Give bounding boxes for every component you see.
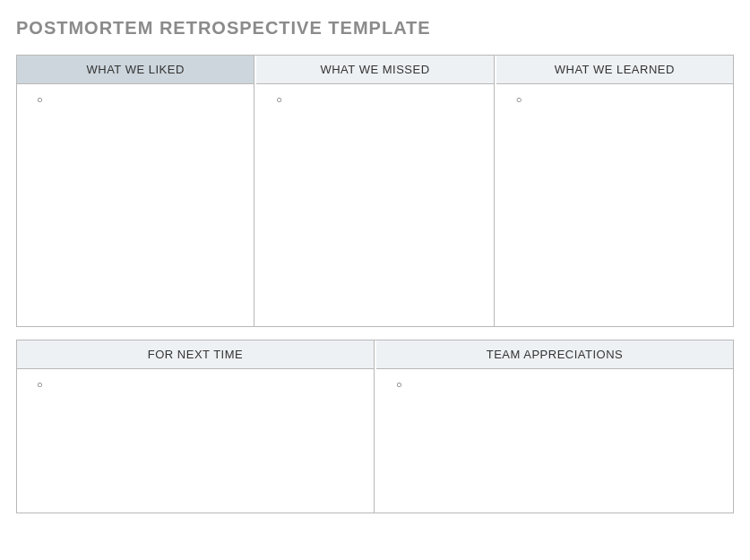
bullet-icon: ○	[30, 380, 361, 390]
bullet-icon: ○	[509, 95, 720, 105]
col-what-we-missed: WHAT WE MISSED ○	[256, 56, 494, 326]
col-header-appreciations: TEAM APPRECIATIONS	[376, 340, 733, 369]
col-what-we-learned: WHAT WE LEARNED ○	[496, 56, 733, 326]
top-row: WHAT WE LIKED ○ WHAT WE MISSED ○ WHAT WE…	[16, 55, 734, 327]
col-header-learned: WHAT WE LEARNED	[496, 56, 733, 84]
col-body-learned[interactable]: ○	[496, 84, 733, 326]
col-for-next-time: FOR NEXT TIME ○	[17, 340, 375, 513]
col-team-appreciations: TEAM APPRECIATIONS ○	[376, 340, 733, 513]
col-header-missed: WHAT WE MISSED	[256, 56, 493, 84]
col-body-liked[interactable]: ○	[17, 84, 254, 326]
bullet-icon: ○	[389, 380, 720, 390]
col-header-next-time: FOR NEXT TIME	[17, 340, 374, 369]
col-what-we-liked: WHAT WE LIKED ○	[17, 56, 254, 326]
col-body-missed[interactable]: ○	[256, 84, 493, 326]
col-body-next-time[interactable]: ○	[17, 369, 374, 513]
bottom-row: FOR NEXT TIME ○ TEAM APPRECIATIONS ○	[16, 340, 734, 513]
col-header-liked: WHAT WE LIKED	[17, 56, 254, 84]
bullet-icon: ○	[30, 95, 241, 105]
page-title: POSTMORTEM RETROSPECTIVE TEMPLATE	[16, 18, 734, 39]
bullet-icon: ○	[269, 95, 480, 105]
col-body-appreciations[interactable]: ○	[376, 369, 733, 513]
